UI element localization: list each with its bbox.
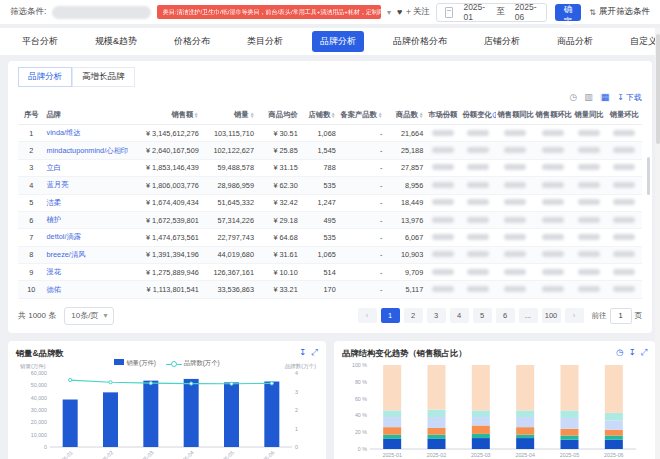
nav-tab-4[interactable]: 品牌分析 bbox=[312, 31, 364, 52]
sort-icon[interactable]: ▲▼ bbox=[419, 112, 423, 118]
fullscreen-icon[interactable]: ⤢ bbox=[311, 348, 318, 357]
data-cell: ¥ 32.42 bbox=[256, 194, 300, 211]
sort-icon[interactable]: ▲▼ bbox=[250, 112, 254, 118]
table-row: 4蓝月亮¥ 1,806,003,77628,986,959¥ 62.30535-… bbox=[18, 177, 642, 194]
prev-page-button[interactable]: ‹ bbox=[358, 308, 377, 323]
sub-tab-1[interactable]: 高增长品牌 bbox=[72, 67, 135, 87]
masked-cell bbox=[425, 194, 460, 211]
sort-icon[interactable]: ▲▼ bbox=[378, 112, 382, 118]
masked-cell bbox=[425, 159, 460, 176]
page-button-4[interactable]: 4 bbox=[450, 308, 469, 323]
redacted-value bbox=[467, 182, 489, 188]
masked-cell bbox=[607, 194, 642, 211]
brand-link[interactable]: vinda/维达 bbox=[47, 128, 81, 137]
table-row: 9漫花¥ 1,275,889,946126,367,161¥ 10.10514-… bbox=[18, 264, 642, 281]
redacted-value bbox=[432, 147, 454, 153]
column-header-5[interactable]: 店铺数▲▼ bbox=[300, 106, 338, 125]
data-cell: ¥ 1,113,801,541 bbox=[128, 281, 200, 298]
history-icon[interactable]: ◷ bbox=[569, 93, 577, 102]
page-button-6[interactable]: 6 bbox=[496, 308, 515, 323]
history-icon[interactable]: ◷ bbox=[616, 348, 623, 357]
redacted-value bbox=[467, 147, 489, 153]
masked-cell bbox=[572, 177, 607, 194]
page-size-select[interactable]: 10条/页 ▾ bbox=[64, 307, 114, 325]
data-cell: 57,314,226 bbox=[201, 211, 256, 228]
masked-cell bbox=[496, 264, 534, 281]
confirm-button[interactable]: 确定 bbox=[555, 4, 582, 21]
data-cell: 788 bbox=[300, 159, 338, 176]
masked-cell bbox=[460, 177, 495, 194]
column-header-2[interactable]: 销售额▲▼ bbox=[128, 106, 200, 125]
data-cell: - bbox=[338, 264, 385, 281]
expand-filters-label: 展开筛选条件 bbox=[599, 6, 650, 18]
column-header-7[interactable]: 商品数▲▼ bbox=[384, 106, 425, 125]
date-start[interactable]: 2025-01 bbox=[463, 2, 486, 22]
data-cell: 7 bbox=[18, 229, 45, 246]
date-range-picker[interactable]: 2025-01 至 2025-06 bbox=[436, 3, 547, 22]
data-cell: 28,986,959 bbox=[201, 177, 256, 194]
page-scrollbar-thumb[interactable] bbox=[656, 34, 660, 144]
data-cell: 495 bbox=[300, 211, 338, 228]
next-page-button[interactable]: › bbox=[565, 308, 584, 323]
data-cell: - bbox=[338, 125, 385, 142]
masked-cell bbox=[534, 246, 572, 263]
brand-link[interactable]: breeze/清风 bbox=[47, 250, 86, 259]
column-header-6[interactable]: 备案产品数▲▼ bbox=[338, 106, 385, 125]
page-button-100[interactable]: 100 bbox=[542, 308, 561, 323]
fullscreen-icon[interactable]: ⤢ bbox=[641, 348, 648, 357]
chevron-down-icon[interactable]: ▾ bbox=[387, 8, 391, 17]
sub-tab-0[interactable]: 品牌分析 bbox=[18, 67, 72, 87]
page-button-5[interactable]: 5 bbox=[473, 308, 492, 323]
download-table-button[interactable]: ↧ 下载 bbox=[617, 92, 642, 103]
redacted-value bbox=[578, 164, 600, 170]
data-cell: 535 bbox=[300, 229, 338, 246]
date-end[interactable]: 2025-06 bbox=[515, 2, 538, 22]
data-cell: 8 bbox=[18, 246, 45, 263]
masked-cell bbox=[534, 229, 572, 246]
redacted-value bbox=[467, 251, 489, 257]
download-chart-icon[interactable]: ↧ bbox=[299, 348, 306, 357]
redacted-value bbox=[504, 234, 526, 240]
data-cell: 103,115,710 bbox=[201, 125, 256, 142]
nav-tab-7[interactable]: 商品分析 bbox=[549, 31, 601, 52]
data-cell: 8,956 bbox=[384, 177, 425, 194]
page-button-3[interactable]: 3 bbox=[427, 308, 446, 323]
download-chart-icon[interactable]: ↧ bbox=[629, 348, 636, 357]
data-cell: 514 bbox=[300, 264, 338, 281]
table-view-icon[interactable]: ▦ bbox=[600, 93, 611, 102]
page-scrollbar[interactable] bbox=[655, 28, 660, 459]
expand-filters-button[interactable]: ⇅ 展开筛选条件 bbox=[589, 6, 650, 18]
page-button-2[interactable]: 2 bbox=[404, 308, 423, 323]
brand-link[interactable]: dettol/滴露 bbox=[47, 232, 81, 241]
info-icon[interactable]: ⓘ bbox=[493, 111, 496, 118]
nav-tab-0[interactable]: 平台分析 bbox=[14, 31, 66, 52]
masked-cell bbox=[534, 177, 572, 194]
redacted-value bbox=[578, 234, 600, 240]
brand-link[interactable]: 洁柔 bbox=[47, 198, 62, 207]
nav-tab-2[interactable]: 价格分布 bbox=[166, 31, 218, 52]
column-header-3[interactable]: 销量▲▼ bbox=[201, 106, 256, 125]
chart-view-icon[interactable]: ▥ bbox=[584, 93, 593, 102]
brand-link[interactable]: 漫花 bbox=[47, 267, 62, 276]
main-nav-tabs: 平台分析规模&趋势价格分布类目分析品牌分析品牌价格分布店铺分析商品分析自定义分析… bbox=[0, 28, 660, 55]
brand-link[interactable]: 立白 bbox=[47, 163, 62, 172]
sort-icon[interactable]: ▲▼ bbox=[331, 112, 335, 118]
nav-tab-1[interactable]: 规模&趋势 bbox=[87, 31, 145, 52]
brand-link[interactable]: 植护 bbox=[47, 215, 62, 224]
table-scrollbar[interactable] bbox=[647, 157, 650, 195]
brand-link[interactable]: mindactuponmind/心相印 bbox=[47, 146, 129, 155]
svg-text:3: 3 bbox=[295, 388, 298, 394]
sort-icon[interactable]: ▲▼ bbox=[194, 112, 198, 118]
brand-link[interactable]: 蓝月亮 bbox=[47, 180, 69, 189]
data-cell: ¥ 1,806,003,776 bbox=[128, 177, 200, 194]
nav-tab-3[interactable]: 类目分析 bbox=[239, 31, 291, 52]
redacted-value bbox=[542, 199, 564, 205]
follow-button[interactable]: ♥ ＋关注 bbox=[397, 6, 430, 18]
brand-link[interactable]: 德佑 bbox=[47, 285, 62, 294]
data-cell: 44,019,680 bbox=[201, 246, 256, 263]
page-button-1[interactable]: 1 bbox=[381, 308, 400, 323]
masked-cell bbox=[425, 229, 460, 246]
nav-tab-6[interactable]: 店铺分析 bbox=[476, 31, 528, 52]
nav-tab-5[interactable]: 品牌价格分布 bbox=[385, 31, 455, 52]
goto-page-input[interactable] bbox=[610, 308, 632, 324]
